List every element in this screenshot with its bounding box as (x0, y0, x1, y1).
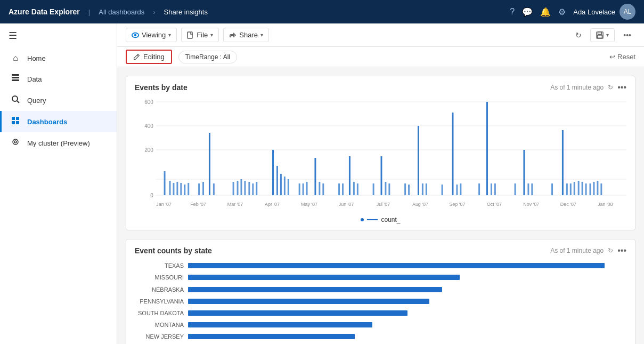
state-label-2: NEBRASKA (135, 286, 184, 293)
svg-rect-85 (456, 185, 458, 195)
svg-text:Oct '07: Oct '07 (487, 202, 502, 207)
bell-icon[interactable]: 🔔 (540, 7, 551, 17)
sidebar: ☰ ⌂ Home Data Query Dashboards (0, 23, 117, 344)
bar-row-3 (188, 298, 626, 305)
state-label-0: TEXAS (135, 262, 184, 269)
svg-rect-76 (385, 182, 386, 195)
svg-rect-82 (426, 183, 427, 195)
more-options-icon[interactable]: ••• (619, 28, 635, 42)
breadcrumb-all-dashboards[interactable]: All dashboards (99, 8, 144, 16)
chat-icon[interactable]: 💬 (522, 7, 533, 17)
file-button[interactable]: File ▾ (181, 28, 219, 42)
viewing-button[interactable]: Viewing ▾ (126, 28, 177, 42)
svg-rect-102 (585, 183, 587, 195)
svg-point-12 (134, 34, 136, 36)
state-refresh-icon[interactable]: ↻ (608, 247, 613, 254)
query-icon (10, 95, 21, 106)
svg-rect-79 (408, 185, 410, 195)
state-chart-area: TEXAS MISSOURI NEBRASKA PENNSYLVANIA SOU… (135, 260, 626, 344)
svg-text:Jul '07: Jul '07 (377, 202, 390, 207)
bar-fill-4 (188, 310, 407, 316)
file-icon (187, 31, 194, 39)
events-chart-timestamp: As of 1 minute ago (550, 84, 604, 91)
svg-rect-49 (209, 133, 210, 195)
settings-icon[interactable]: ⚙ (558, 7, 566, 17)
svg-rect-80 (418, 126, 419, 195)
svg-rect-104 (593, 182, 594, 195)
svg-rect-0 (12, 74, 19, 76)
svg-rect-44 (180, 183, 182, 195)
share-button[interactable]: Share ▾ (223, 28, 269, 42)
dashboards-icon (10, 116, 21, 127)
state-chart-title: Event counts by state (135, 246, 212, 255)
svg-rect-41 (169, 181, 171, 195)
svg-rect-62 (288, 179, 289, 195)
share-label: Share (239, 31, 258, 39)
bar-chart-bars (188, 260, 626, 344)
viewing-caret: ▾ (168, 32, 171, 38)
save-icon (596, 31, 604, 39)
bar-chart-labels: TEXAS MISSOURI NEBRASKA PENNSYLVANIA SOU… (135, 260, 188, 344)
svg-rect-40 (164, 171, 166, 195)
sidebar-item-home[interactable]: ⌂ Home (0, 48, 117, 68)
svg-text:Feb '07: Feb '07 (190, 202, 206, 207)
breadcrumb-share-insights: Share insights (164, 8, 208, 16)
svg-rect-83 (442, 185, 443, 195)
svg-text:Jan '07: Jan '07 (156, 202, 172, 207)
file-caret: ▾ (210, 32, 213, 38)
top-nav-right: ? 💬 🔔 ⚙ Ada Lovelace AL (510, 4, 635, 20)
sidebar-item-query[interactable]: Query (0, 90, 117, 111)
state-label-5: MONTANA (135, 322, 184, 328)
bar-fill-1 (188, 275, 460, 280)
toolbar: Viewing ▾ File ▾ Share ▾ ↻ ▾ ••• (117, 23, 644, 47)
svg-rect-57 (256, 182, 257, 195)
svg-rect-66 (314, 158, 316, 195)
svg-rect-106 (600, 183, 602, 195)
svg-text:Dec '07: Dec '07 (560, 202, 576, 207)
reset-button[interactable]: ↩ Reset (609, 53, 635, 61)
svg-rect-98 (570, 183, 572, 195)
sidebar-item-cluster-label: My cluster (Preview) (27, 139, 90, 147)
help-icon[interactable]: ? (510, 7, 515, 17)
svg-rect-59 (276, 166, 278, 195)
editing-pill[interactable]: Editing (126, 50, 172, 64)
filter-pill[interactable]: TimeRange : All (178, 51, 237, 63)
bar-fill-5 (188, 322, 372, 327)
svg-rect-16 (598, 35, 602, 38)
svg-text:Mar '07: Mar '07 (227, 202, 243, 207)
chart-header-events: Events by date As of 1 minute ago ↻ ••• (135, 83, 626, 92)
svg-rect-13 (188, 32, 192, 38)
svg-rect-60 (280, 174, 282, 195)
svg-rect-71 (349, 156, 350, 195)
svg-rect-54 (244, 181, 246, 195)
reset-label: ↩ Reset (609, 53, 635, 61)
events-refresh-icon[interactable]: ↻ (608, 84, 613, 91)
svg-rect-63 (299, 183, 300, 195)
svg-rect-51 (233, 182, 234, 195)
svg-text:600: 600 (144, 99, 153, 105)
editing-label: Editing (143, 53, 165, 61)
user-avatar: AL (619, 4, 635, 20)
svg-rect-7 (12, 121, 15, 124)
svg-rect-42 (173, 183, 174, 195)
hamburger-menu[interactable]: ☰ (0, 23, 117, 48)
events-more-icon[interactable]: ••• (617, 83, 626, 92)
svg-text:Apr '07: Apr '07 (265, 202, 280, 207)
sidebar-item-data[interactable]: Data (0, 68, 117, 90)
svg-text:Jan '08: Jan '08 (598, 202, 613, 207)
refresh-icon[interactable]: ↻ (571, 28, 586, 42)
svg-text:May '07: May '07 (301, 202, 317, 207)
app-brand: Azure Data Explorer (9, 7, 80, 16)
save-button[interactable]: ▾ (590, 28, 615, 42)
sidebar-item-dashboards[interactable]: Dashboards (0, 111, 117, 132)
svg-rect-89 (491, 183, 492, 195)
svg-rect-97 (566, 183, 568, 195)
sidebar-item-cluster[interactable]: My cluster (Preview) (0, 132, 117, 154)
user-profile[interactable]: Ada Lovelace AL (573, 4, 635, 20)
svg-point-3 (12, 96, 18, 101)
state-more-icon[interactable]: ••• (617, 246, 626, 255)
sidebar-item-data-label: Data (27, 75, 42, 83)
events-by-date-card: Events by date As of 1 minute ago ↻ ••• (126, 76, 635, 230)
bar-row-0 (188, 262, 626, 269)
content-area: Viewing ▾ File ▾ Share ▾ ↻ ▾ ••• (117, 23, 644, 344)
